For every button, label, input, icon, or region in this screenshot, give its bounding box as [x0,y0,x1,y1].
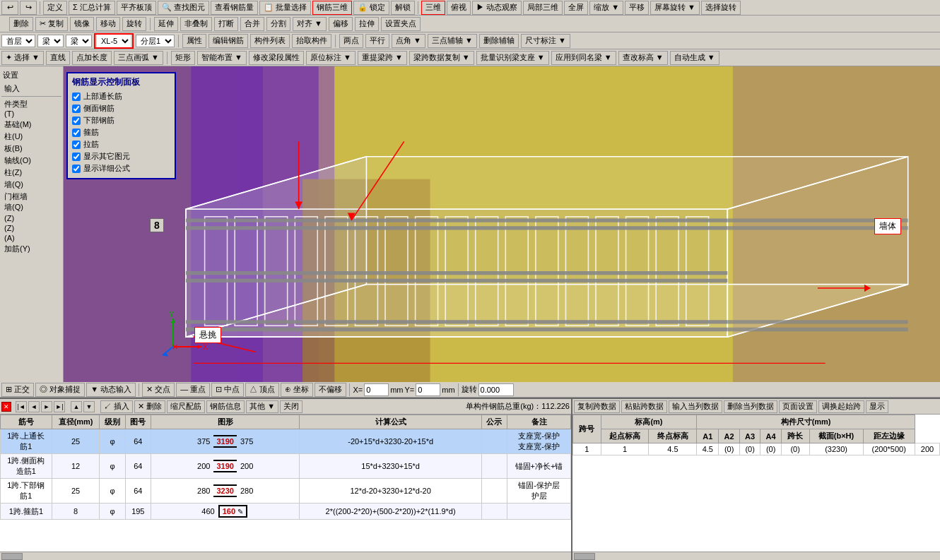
view-rebar-btn[interactable]: 查看钢筋量 [211,1,258,15]
check-detail-formula-input[interactable] [72,165,81,173]
level-top-btn[interactable]: 平齐板顶 [117,1,156,15]
nav-down-btn[interactable]: ▼ [83,401,95,412]
copy-span-data-btn[interactable]: 复制跨数据 [574,400,620,413]
check-bottom-rebar-input[interactable] [72,117,81,125]
right-table-container[interactable]: 跨号 标高(m) 构件尺寸(mm) 起点标高 终点标高 A1 A2 A3 A4 … [572,415,940,552]
sidebar-wall[interactable]: 墙(Q) [1,179,61,191]
set-grip-btn[interactable]: 设置夹点 [381,17,421,31]
delete-btn[interactable]: 删除 [9,17,33,31]
beam-type-select[interactable]: 梁 [66,35,92,47]
rotate-btn[interactable]: 旋转 [122,17,146,31]
scrollbar-thumb[interactable] [1,553,23,560]
rect-btn[interactable]: 矩形 [171,51,195,65]
stretch-btn[interactable]: 拉伸 [355,17,379,31]
osnap-btn[interactable]: ◎ 对象捕捉 [35,383,85,397]
sidebar-input[interactable]: 输入 [1,83,61,95]
check-other-elem[interactable]: 显示其它图元 [72,151,170,162]
modify-seg-btn[interactable]: 修改梁段属性 [249,51,304,65]
table-row[interactable]: 1跨.下部钢筋1 25 φ 64 280 3230 280 12*d-20+32… [1,479,571,504]
nav-up-btn[interactable]: ▲ [71,401,82,412]
dim-btn[interactable]: 尺寸标注 ▼ [521,34,570,48]
sidebar-axis[interactable]: 轴线(O) [1,155,61,167]
input-col-data-btn[interactable]: 输入当列数据 [669,400,722,413]
left-scrollbar[interactable] [0,552,571,560]
unlock-btn[interactable]: 解锁 [391,1,415,15]
merge-btn[interactable]: 合并 [240,17,264,31]
dynamic-input-btn[interactable]: ▼ 动态输入 [86,383,136,397]
viewport-3d[interactable]: 钢筋显示控制面板 上部通长筋 侧面钢筋 下部钢筋 箍筋 拉筋 [64,66,940,382]
sidebar-a[interactable]: (A) [1,233,61,243]
endpoint-btn[interactable]: — 重点 [176,383,210,397]
sidebar-zzz[interactable]: (Z) [1,223,61,233]
nav-next-btn[interactable]: ► [41,401,52,412]
y-input[interactable] [416,383,440,396]
edit-rebar-btn[interactable]: 编辑钢筋 [208,34,248,48]
paste-span-data-btn[interactable]: 粘贴跨数据 [621,400,667,413]
elem-type-select[interactable]: 梁 [37,35,64,47]
table-row[interactable]: 1 1 4.5 4.5 (0) (0) (0) (0) (3230) (200*… [573,443,940,455]
select-btn[interactable]: ✦ 选择 ▼ [1,51,44,65]
lock-btn[interactable]: 🔒 锁定 [353,1,389,15]
right-scrollbar-thumb[interactable] [574,553,595,560]
two-point-btn[interactable]: 两点 [339,34,363,48]
zoom-btn[interactable]: 缩放 ▼ [589,1,623,15]
check-side-rebar-input[interactable] [72,105,81,113]
check-tie-bar[interactable]: 拉筋 [72,139,170,150]
sidebar-zz[interactable]: (Z) [1,213,61,223]
top-view-btn[interactable]: 俯视 [447,1,471,15]
auto-gen-btn[interactable]: 自动生成 ▼ [670,51,719,65]
select-rotate-btn[interactable]: 选择旋转 [701,1,741,15]
sidebar-column[interactable]: 柱(U) [1,131,61,143]
arc-btn[interactable]: 三点画弧 ▼ [114,51,163,65]
nav-prev-btn[interactable]: ◄ [28,401,40,412]
right-scrollbar[interactable] [572,552,940,560]
check-tie-bar-input[interactable] [72,141,81,149]
table-row[interactable]: 1跨.侧面构造筋1 12 φ 64 200 3190 200 15*d+3230… [1,454,571,479]
parallel-btn[interactable]: 平行 [365,34,389,48]
mirror-btn[interactable]: 镜像 [70,17,94,31]
table-row[interactable]: 1跨.上通长筋1 25 φ 64 375 3190 375 -20+15*d+3… [1,429,571,454]
check-detail-formula[interactable]: 显示详细公式 [72,163,170,174]
sidebar-add-rebar[interactable]: 加筋(Y) [1,243,61,255]
find-elem-btn[interactable]: 🔍 查找图元 [158,1,209,15]
pan-btn[interactable]: 平移 [625,1,649,15]
vertex-btn[interactable]: △ 顶点 [245,383,279,397]
check-stirrup[interactable]: 箍筋 [72,127,170,138]
rebar-info-btn[interactable]: 钢筋信息 [206,400,245,413]
other-btn[interactable]: 其他 ▼ [246,400,278,413]
intersection-btn[interactable]: ✕ 交点 [142,383,175,397]
move-btn[interactable]: 移动 [96,17,120,31]
floor-select[interactable]: 首层 [1,35,35,47]
sidebar-slab[interactable]: 板(B) [1,143,61,155]
point-length-btn[interactable]: 点加长度 [72,51,112,65]
ortho-btn[interactable]: ⊞ 正交 [1,383,34,397]
del-row-btn[interactable]: ✕ 删除 [134,400,165,413]
copy-btn[interactable]: ✂ 复制 [35,17,68,31]
left-table-container[interactable]: 筋号 直径(mm) 级别 图号 图形 计算公式 公示 备注 1跨.上通长筋1 2… [0,415,571,552]
check-height-btn[interactable]: 查改标高 ▼ [618,51,668,65]
batch-select-btn[interactable]: 📋 批量选择 [259,1,311,15]
table-row[interactable]: 1跨.箍筋1 8 φ 195 460 160 ✎ 2*((200-2*20)+(… [1,504,571,520]
check-other-elem-input[interactable] [72,153,81,161]
calc-btn[interactable]: Σ 汇总计算 [69,1,115,15]
define-btn[interactable]: 定义 [43,1,67,15]
del-axis-btn[interactable]: 删除辅轴 [479,34,519,48]
3d-btn[interactable]: 三维 [421,1,445,15]
midpoint-btn[interactable]: ⊡ 中点 [211,383,244,397]
rotation-input[interactable] [478,383,514,396]
check-bottom-rebar[interactable]: 下部钢筋 [72,115,170,126]
close-panel-btn[interactable]: 关闭 [280,400,302,413]
property-btn[interactable]: 属性 [182,34,206,48]
nav-first-btn[interactable]: |◄ [16,401,27,412]
no-offset-btn[interactable]: 不偏移 [315,383,346,397]
page-setup-btn[interactable]: 页面设置 [779,400,817,413]
scale-rebar-btn[interactable]: 缩尺配筋 [167,400,205,413]
check-top-rebar[interactable]: 上部通长筋 [72,91,170,102]
fullscreen-btn[interactable]: 全屏 [564,1,588,15]
insert-btn[interactable]: ↙ 插入 [100,400,133,413]
size-select[interactable]: XL-5 [97,35,131,47]
smart-layout-btn[interactable]: 智能布置 ▼ [197,51,247,65]
point-angle-btn[interactable]: 点角 ▼ [392,34,425,48]
batch-identify-btn[interactable]: 批量识别梁支座 ▼ [476,51,549,65]
non-overlap-btn[interactable]: 非叠制 [180,17,212,31]
